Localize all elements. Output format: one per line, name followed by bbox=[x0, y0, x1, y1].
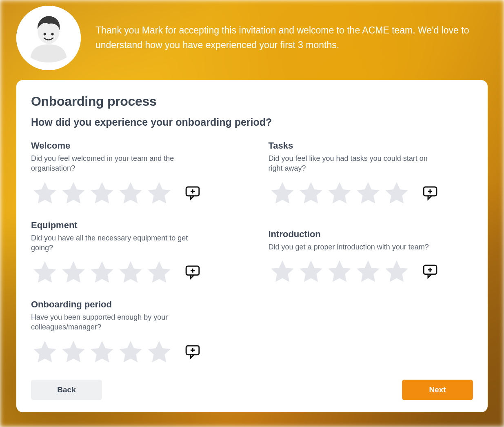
question-description: Did you feel welcomed in your team and t… bbox=[31, 153, 198, 173]
question-description: Have you been supported enough by your c… bbox=[31, 312, 198, 332]
avatar bbox=[16, 6, 81, 70]
star-5[interactable] bbox=[383, 179, 411, 207]
star-1[interactable] bbox=[31, 338, 59, 366]
rating-row bbox=[31, 179, 236, 207]
question-title: Onboarding period bbox=[31, 299, 236, 310]
question-introduction: Introduction Did you get a proper introd… bbox=[269, 220, 473, 287]
star-4[interactable] bbox=[117, 338, 144, 366]
question-description: Did you get a proper introduction with y… bbox=[269, 242, 436, 252]
grid-spacer bbox=[269, 299, 473, 366]
star-2[interactable] bbox=[60, 338, 87, 366]
question-welcome: Welcome Did you feel welcomed in your te… bbox=[31, 140, 236, 207]
star-4[interactable] bbox=[354, 258, 382, 285]
star-rating bbox=[31, 179, 173, 207]
next-button[interactable]: Next bbox=[402, 380, 473, 400]
star-4[interactable] bbox=[117, 179, 144, 207]
survey-card: Onboarding process How did you experienc… bbox=[16, 80, 488, 412]
star-2[interactable] bbox=[297, 179, 325, 207]
star-3[interactable] bbox=[326, 258, 353, 285]
star-1[interactable] bbox=[31, 258, 59, 286]
star-5[interactable] bbox=[145, 258, 173, 286]
question-description: Did you feel like you had tasks you coul… bbox=[269, 153, 436, 173]
star-5[interactable] bbox=[145, 179, 173, 207]
add-comment-icon[interactable] bbox=[184, 344, 201, 360]
star-3[interactable] bbox=[88, 258, 116, 286]
add-comment-icon[interactable] bbox=[422, 185, 438, 201]
star-rating bbox=[269, 179, 411, 207]
star-3[interactable] bbox=[326, 179, 353, 207]
header: Thank you Mark for accepting this invita… bbox=[0, 0, 504, 70]
question-title: Introduction bbox=[269, 229, 473, 240]
star-5[interactable] bbox=[383, 258, 411, 285]
star-1[interactable] bbox=[31, 179, 59, 207]
star-rating bbox=[269, 258, 411, 285]
footer-nav: Back Next bbox=[31, 380, 473, 400]
question-title: Equipment bbox=[31, 220, 236, 231]
question-title: Tasks bbox=[269, 140, 473, 151]
question-description: Did you have all the necessary equipment… bbox=[31, 233, 198, 253]
star-3[interactable] bbox=[88, 338, 116, 366]
question-onboarding-period: Onboarding period Have you been supporte… bbox=[31, 299, 236, 366]
star-rating bbox=[31, 258, 173, 286]
page-subtitle: How did you experience your onboarding p… bbox=[31, 116, 473, 128]
star-4[interactable] bbox=[117, 258, 144, 286]
add-comment-icon[interactable] bbox=[184, 185, 201, 201]
star-2[interactable] bbox=[60, 258, 87, 286]
page-title: Onboarding process bbox=[31, 94, 473, 109]
star-1[interactable] bbox=[269, 258, 296, 285]
star-rating bbox=[31, 338, 173, 366]
rating-row bbox=[269, 179, 473, 207]
question-title: Welcome bbox=[31, 140, 236, 151]
add-comment-icon[interactable] bbox=[422, 263, 438, 280]
star-4[interactable] bbox=[354, 179, 382, 207]
star-2[interactable] bbox=[297, 258, 325, 285]
questions-grid: Welcome Did you feel welcomed in your te… bbox=[31, 140, 473, 366]
star-1[interactable] bbox=[269, 179, 296, 207]
rating-row bbox=[31, 338, 236, 366]
rating-row bbox=[269, 258, 473, 285]
greeting-text: Thank you Mark for accepting this invita… bbox=[95, 23, 471, 52]
rating-row bbox=[31, 258, 236, 286]
question-tasks: Tasks Did you feel like you had tasks yo… bbox=[269, 140, 473, 207]
star-2[interactable] bbox=[60, 179, 87, 207]
star-3[interactable] bbox=[88, 179, 116, 207]
back-button[interactable]: Back bbox=[31, 380, 102, 400]
question-equipment: Equipment Did you have all the necessary… bbox=[31, 220, 236, 287]
add-comment-icon[interactable] bbox=[184, 264, 201, 280]
star-5[interactable] bbox=[145, 338, 173, 366]
